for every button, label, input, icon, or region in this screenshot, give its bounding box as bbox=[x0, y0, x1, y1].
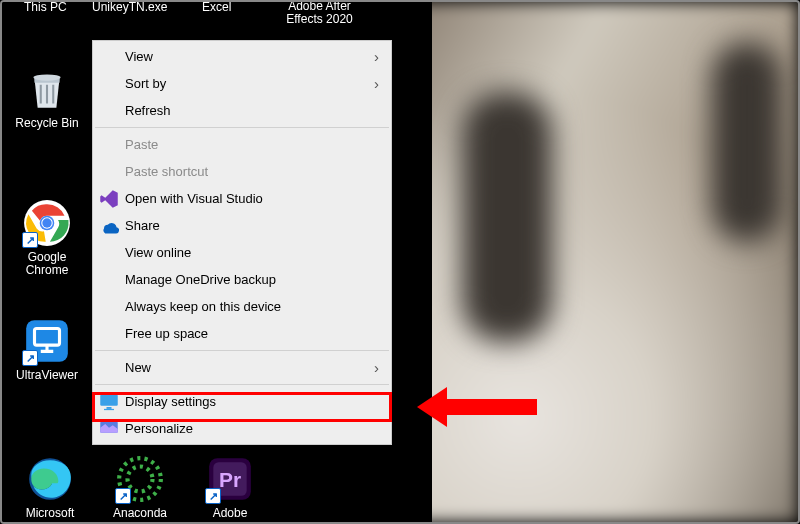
wallpaper-blur bbox=[712, 42, 782, 242]
menu-paste-shortcut: Paste shortcut bbox=[93, 158, 391, 185]
icon-label: Recycle Bin bbox=[7, 117, 87, 130]
desktop-icon-label[interactable]: UnikeyTN.exe bbox=[92, 0, 167, 14]
shortcut-arrow-icon: ↗ bbox=[205, 488, 221, 504]
desktop-icons-column: Recycle Bin ↗ Google Chrome ↗ UltraViewe… bbox=[2, 64, 92, 406]
icon-label: Adobe bbox=[190, 507, 270, 520]
icon-label: Microsoft bbox=[10, 507, 90, 520]
menu-view-online[interactable]: View online bbox=[93, 239, 391, 266]
ultraviewer[interactable]: ↗ UltraViewer bbox=[7, 316, 87, 406]
icon-label: Anaconda bbox=[100, 507, 180, 520]
menu-display-settings[interactable]: Display settings bbox=[93, 388, 391, 415]
spacer bbox=[99, 325, 119, 343]
svg-rect-14 bbox=[104, 408, 114, 409]
recycle-bin[interactable]: Recycle Bin bbox=[7, 64, 87, 154]
menu-label: Display settings bbox=[125, 394, 379, 409]
menu-label: Paste shortcut bbox=[125, 164, 379, 179]
menu-label: Open with Visual Studio bbox=[125, 191, 379, 206]
menu-label: Share bbox=[125, 218, 379, 233]
personalize-icon bbox=[99, 420, 119, 438]
menu-share[interactable]: Share bbox=[93, 212, 391, 239]
menu-label: Sort by bbox=[125, 76, 374, 91]
spacer bbox=[99, 244, 119, 262]
spacer bbox=[99, 298, 119, 316]
svg-text:Pr: Pr bbox=[219, 468, 241, 491]
desktop-context-menu: View › Sort by › Refresh Paste Paste sho… bbox=[92, 40, 392, 445]
menu-personalize[interactable]: Personalize bbox=[93, 415, 391, 442]
anaconda-icon: ↗ bbox=[115, 454, 165, 504]
submenu-arrow-icon: › bbox=[374, 75, 379, 92]
svg-point-8 bbox=[128, 467, 153, 492]
menu-label: Refresh bbox=[125, 103, 379, 118]
menu-label: View bbox=[125, 49, 374, 64]
spacer bbox=[99, 48, 119, 66]
svg-point-4 bbox=[42, 218, 51, 227]
menu-label: Paste bbox=[125, 137, 379, 152]
menu-paste: Paste bbox=[93, 131, 391, 158]
menu-free-up-space[interactable]: Free up space bbox=[93, 320, 391, 347]
svg-rect-12 bbox=[100, 394, 118, 405]
menu-label: Always keep on this device bbox=[125, 299, 379, 314]
desktop-bottom-row: Microsoft ↗ Anaconda Pr ↗ Adobe bbox=[2, 454, 422, 524]
menu-label: View online bbox=[125, 245, 379, 260]
desktop-icon-label[interactable]: Adobe After Effects 2020 bbox=[272, 0, 367, 26]
ultraviewer-icon: ↗ bbox=[22, 316, 72, 366]
adobe-premiere[interactable]: Pr ↗ Adobe bbox=[190, 454, 270, 524]
spacer bbox=[99, 163, 119, 181]
menu-separator bbox=[95, 350, 389, 351]
spacer bbox=[99, 359, 119, 377]
menu-open-visual-studio[interactable]: Open with Visual Studio bbox=[93, 185, 391, 212]
menu-view[interactable]: View › bbox=[93, 43, 391, 70]
desktop-icon-label[interactable]: This PC bbox=[24, 0, 67, 14]
shortcut-arrow-icon: ↗ bbox=[22, 350, 38, 366]
menu-manage-onedrive[interactable]: Manage OneDrive backup bbox=[93, 266, 391, 293]
onedrive-icon bbox=[99, 217, 119, 235]
desktop-top-row: This PC UnikeyTN.exe Excel Adobe After E… bbox=[2, 0, 432, 20]
spacer bbox=[99, 75, 119, 93]
menu-sort-by[interactable]: Sort by › bbox=[93, 70, 391, 97]
recycle-bin-icon bbox=[22, 64, 72, 114]
google-chrome[interactable]: ↗ Google Chrome bbox=[7, 198, 87, 288]
premiere-icon: Pr ↗ bbox=[205, 454, 255, 504]
icon-label: Google Chrome bbox=[7, 251, 87, 277]
menu-label: Personalize bbox=[125, 421, 379, 436]
menu-label: New bbox=[125, 360, 374, 375]
wallpaper-blur bbox=[462, 92, 552, 342]
spacer bbox=[99, 136, 119, 154]
shortcut-arrow-icon: ↗ bbox=[22, 232, 38, 248]
display-icon bbox=[99, 393, 119, 411]
menu-new[interactable]: New › bbox=[93, 354, 391, 381]
submenu-arrow-icon: › bbox=[374, 48, 379, 65]
shortcut-arrow-icon: ↗ bbox=[115, 488, 131, 504]
submenu-arrow-icon: › bbox=[374, 359, 379, 376]
menu-separator bbox=[95, 127, 389, 128]
menu-label: Free up space bbox=[125, 326, 379, 341]
anaconda[interactable]: ↗ Anaconda bbox=[100, 454, 180, 524]
visual-studio-icon bbox=[99, 190, 119, 208]
menu-separator bbox=[95, 384, 389, 385]
icon-label: UltraViewer bbox=[7, 369, 87, 382]
svg-point-0 bbox=[33, 74, 60, 80]
chrome-icon: ↗ bbox=[22, 198, 72, 248]
spacer bbox=[99, 271, 119, 289]
desktop-icon-label[interactable]: Excel bbox=[202, 0, 231, 14]
menu-label: Manage OneDrive backup bbox=[125, 272, 379, 287]
spacer bbox=[99, 102, 119, 120]
svg-rect-13 bbox=[107, 407, 112, 409]
menu-refresh[interactable]: Refresh bbox=[93, 97, 391, 124]
menu-always-keep[interactable]: Always keep on this device bbox=[93, 293, 391, 320]
edge-icon bbox=[25, 454, 75, 504]
microsoft-edge[interactable]: Microsoft bbox=[10, 454, 90, 524]
